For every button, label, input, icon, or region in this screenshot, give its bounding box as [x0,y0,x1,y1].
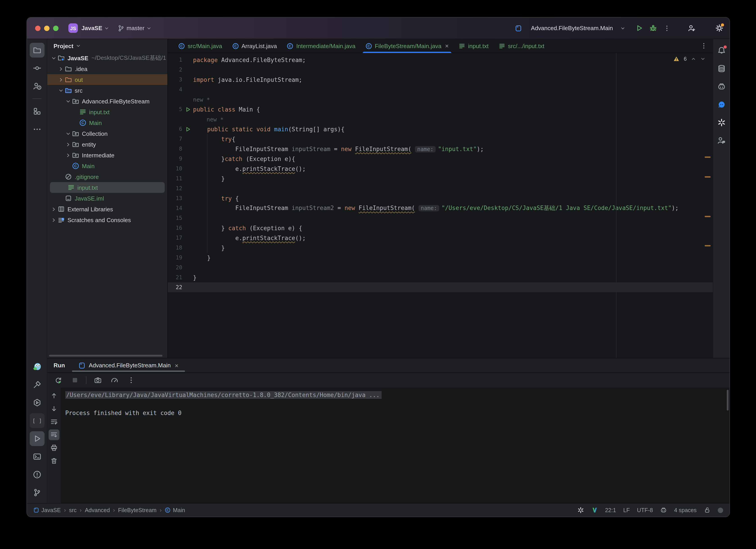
tool-services[interactable] [29,395,44,410]
tree-row[interactable]: out [47,74,167,85]
chevron-down-icon[interactable] [50,55,58,61]
code-line[interactable]: 6 public static void main(String[] args)… [168,124,713,134]
code-line[interactable]: 4 [168,85,713,94]
chevron-down-icon[interactable] [64,131,72,137]
code-line[interactable]: new * [168,114,713,124]
tree-row[interactable]: JavaSE~/Desktop/CS/JavaSE基础/1 [47,53,167,63]
tool-project[interactable] [29,43,44,58]
close-window-button[interactable] [35,25,41,31]
file-encoding[interactable]: UTF-8 [637,507,653,513]
file-writable[interactable] [704,507,711,513]
tool-problems[interactable] [29,467,44,482]
inspections-widget[interactable]: 6 [673,56,706,62]
next-occurrence-button[interactable] [49,403,59,414]
tool-brackets-tool[interactable]: [ ] [29,413,44,428]
run-line-icon[interactable] [182,106,193,112]
code-line[interactable]: 2 [168,65,713,75]
debug-button[interactable] [649,24,657,32]
tree-row[interactable]: External Libraries [47,204,167,215]
code-editor[interactable]: 1package Advanced.FileByteStream;23impor… [168,53,713,358]
editor-tab[interactable]: src/.../input.txt [493,39,549,53]
chatgpt-status[interactable] [577,507,584,513]
tool-build[interactable] [29,377,44,392]
code-line[interactable]: 12 [168,184,713,193]
code-line[interactable]: 13 try { [168,193,713,203]
code-line[interactable]: 8 FileInputStream inputStream = new File… [168,144,713,154]
code-line[interactable]: 19 } [168,253,713,263]
indent-style[interactable]: 4 spaces [674,507,697,513]
chevron-right-icon[interactable] [50,217,58,223]
add-user-icon[interactable] [688,24,695,32]
chevron-down-icon[interactable] [64,98,72,104]
settings-gear-icon[interactable] [715,24,723,32]
clear-all-button[interactable] [49,455,59,466]
profiler-button[interactable] [109,375,120,385]
code-line[interactable]: 1package Advanced.FileByteStream; [168,55,713,65]
tool-ai-assistant[interactable] [715,80,728,93]
scroll-to-end-button[interactable] [49,429,59,440]
tab-close-icon[interactable]: × [445,42,449,49]
rerun-button[interactable] [53,375,63,385]
editor-tab[interactable]: CFileByteStream/Main.java× [360,39,454,53]
tool-chat[interactable] [715,98,728,111]
code-line[interactable]: 21} [168,273,713,282]
tree-row[interactable]: .gitignore [47,171,167,182]
tree-row[interactable]: entity [47,139,167,150]
caret-position[interactable]: 22:1 [605,507,616,513]
chevron-down-icon[interactable] [620,25,626,31]
tree-row[interactable]: CMain [47,161,167,171]
code-line[interactable]: 17 e.printStackTrace(); [168,233,713,243]
stop-button[interactable] [69,375,80,385]
run-button[interactable] [635,24,643,32]
run-console[interactable]: /Users/eve/Library/Java/JavaVirtualMachi… [61,387,729,503]
editor-tab[interactable]: input.txt [454,39,493,53]
chevron-right-icon[interactable] [50,206,58,212]
code-line[interactable]: 10 e.printStackTrace(); [168,164,713,174]
run-tab[interactable]: Advanced.FileByteStream.Main × [77,358,180,372]
vcs-widget[interactable]: master [118,25,152,32]
horizontal-scrollbar[interactable] [49,355,162,356]
run-config-name[interactable]: Advanced.FileByteStream.Main [531,25,613,31]
code-line[interactable]: 15 [168,213,713,223]
tool-codegeex[interactable] [715,134,728,147]
tool-run[interactable] [29,431,44,446]
zoom-window-button[interactable] [53,25,59,31]
tool-chatgpt[interactable] [715,116,728,129]
print-button[interactable] [49,442,59,453]
chevron-right-icon[interactable] [57,77,65,83]
code-line[interactable]: 7 try{ [168,134,713,144]
code-line[interactable]: 14 FileInputStream inputStream2 = new Fi… [168,203,713,213]
editor-tab[interactable]: CArrayList.java [227,39,282,53]
code-line[interactable]: 20 [168,263,713,273]
prev-occurrence-button[interactable] [49,390,59,401]
code-line[interactable]: 16 } catch (Exception e) { [168,223,713,233]
capture-snapshot-button[interactable] [92,375,103,385]
line-separator[interactable]: LF [623,507,630,513]
tree-row[interactable]: input.txt [47,107,167,117]
background-tasks[interactable] [718,507,723,513]
code-line[interactable]: 5public class Main { [168,104,713,114]
tree-row[interactable]: JavaSE.iml [47,193,167,204]
editor-tab[interactable]: Csrc/Main.java [173,39,227,53]
project-widget[interactable]: JS JavaSE [68,23,110,33]
minimize-window-button[interactable] [44,25,49,31]
code-line[interactable]: new * [168,94,713,104]
editor-tab[interactable]: CIntermediate/Main.java [282,39,360,53]
breadcrumb-item[interactable]: CMain [165,507,185,513]
more-options-button[interactable] [126,375,136,385]
soft-wrap-button[interactable] [49,416,59,427]
tree-row[interactable]: CMain [47,117,167,128]
tool-gopher-plugin[interactable] [29,359,44,374]
run-line-icon[interactable] [182,126,193,132]
tool-commit[interactable] [29,61,44,76]
tree-row[interactable]: Intermediate [47,150,167,161]
tree-row[interactable]: .idea [47,63,167,74]
tab-options-icon[interactable] [695,39,713,53]
plugin-v[interactable] [591,507,598,513]
search-icon[interactable] [702,24,709,32]
code-line[interactable]: 22 [168,282,713,292]
more-actions-icon[interactable] [663,25,671,32]
tool-notifications[interactable] [715,44,728,57]
breadcrumb-item[interactable]: src [69,507,77,513]
tool-terminal[interactable] [29,449,44,464]
